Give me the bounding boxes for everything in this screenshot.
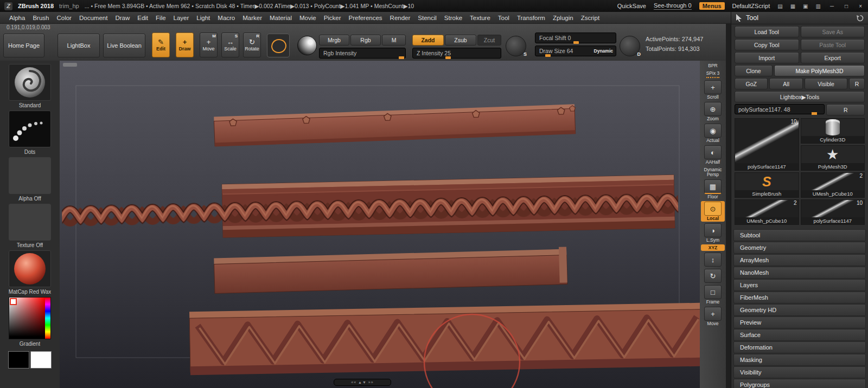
- shelf-button[interactable]: + Move: [701, 306, 725, 327]
- menu-item[interactable]: Material: [266, 14, 296, 22]
- menu-item[interactable]: Movie: [296, 14, 320, 22]
- z-intensity-handle[interactable]: [445, 56, 451, 59]
- tray-resize-handle[interactable]: [63, 63, 77, 67]
- mrgb-button[interactable]: Mrgb: [319, 35, 349, 46]
- depth-picker-icon[interactable]: D: [620, 36, 640, 56]
- lightbox-button[interactable]: LightBox: [58, 34, 100, 57]
- menu-item[interactable]: Picker: [320, 14, 345, 22]
- home-page-button[interactable]: Home Page: [3, 34, 44, 57]
- secondary-color-swatch[interactable]: [30, 351, 52, 368]
- zadd-button[interactable]: Zadd: [412, 35, 444, 46]
- copy-tool-button[interactable]: Copy Tool: [735, 39, 799, 50]
- shelf-button[interactable]: ▦ Floor: [701, 179, 725, 200]
- lightbox-tools-button[interactable]: Lightbox▶Tools: [735, 91, 865, 102]
- export-button[interactable]: Export: [801, 52, 865, 63]
- shelf-button[interactable]: ⊙ Local: [701, 201, 725, 222]
- z-intensity-slider[interactable]: Z Intensity 25: [412, 48, 501, 59]
- layout-icon-3[interactable]: ▣: [803, 3, 808, 9]
- shelf-button[interactable]: XYZ: [701, 244, 725, 251]
- draw-button[interactable]: + Draw: [176, 33, 194, 57]
- menu-item[interactable]: Alpha: [5, 14, 29, 22]
- menus-toggle[interactable]: Menus: [699, 2, 725, 10]
- color-picker-area[interactable]: [9, 297, 51, 339]
- live-boolean-button[interactable]: Live Boolean: [103, 34, 145, 57]
- goz-button[interactable]: GoZ: [735, 78, 768, 89]
- edit-button[interactable]: ✎ Edit: [152, 33, 170, 57]
- brush-selector[interactable]: Standard: [9, 64, 51, 108]
- subpalette-header[interactable]: NanoMesh: [733, 267, 866, 279]
- quicksave-button[interactable]: QuickSave: [617, 3, 646, 9]
- goz-r-button[interactable]: R: [849, 78, 865, 89]
- menu-item[interactable]: Stroke: [441, 14, 466, 22]
- shelf-button[interactable]: SPix 3: [701, 70, 725, 79]
- menu-item[interactable]: File: [152, 14, 170, 22]
- scale-button[interactable]: S ↔ Scale: [221, 33, 239, 57]
- zsub-button[interactable]: Zsub: [445, 35, 476, 46]
- rgb-intensity-handle[interactable]: [399, 56, 404, 59]
- menu-item[interactable]: Tool: [494, 14, 513, 22]
- goz-visible-button[interactable]: Visible: [805, 78, 847, 89]
- menu-item[interactable]: Zscript: [577, 14, 604, 22]
- load-tool-button[interactable]: Load Tool: [735, 26, 799, 37]
- menu-item[interactable]: Edit: [133, 14, 152, 22]
- subpalette-header[interactable]: FiberMesh: [733, 292, 866, 303]
- save-as-button[interactable]: Save As: [801, 26, 865, 37]
- tool-thumbnail[interactable]: S SimpleBrush: [735, 172, 799, 198]
- clone-button[interactable]: Clone: [735, 65, 773, 76]
- subpalette-header[interactable]: Surface: [733, 329, 866, 341]
- menu-item[interactable]: Color: [53, 14, 75, 22]
- menu-item[interactable]: Document: [75, 14, 111, 22]
- menu-item[interactable]: Transform: [513, 14, 549, 22]
- tool-thumbnail[interactable]: ★ PolyMesh3D: [801, 145, 865, 171]
- layout-icon-1[interactable]: ▤: [777, 3, 782, 9]
- shelf-button[interactable]: BPR: [701, 62, 725, 69]
- viewport-canvas[interactable]: «« ▲▼ »»: [60, 61, 700, 388]
- tool-thumbnail[interactable]: 2 UMesh_pCube10: [735, 199, 799, 225]
- shelf-button[interactable]: ⊕ Zoom: [701, 101, 725, 122]
- tool-name-slider[interactable]: polySurface1147. 48: [735, 104, 825, 114]
- shelf-button[interactable]: Dynamic Persp: [701, 166, 725, 178]
- subpalette-header[interactable]: Deformation: [733, 341, 866, 353]
- tool-r-button[interactable]: R: [826, 104, 865, 115]
- hue-strip[interactable]: [45, 298, 50, 339]
- close-icon[interactable]: ×: [857, 3, 864, 9]
- shelf-button[interactable]: ◉ Actual: [701, 123, 725, 144]
- menu-item[interactable]: Marker: [239, 14, 266, 22]
- menu-item[interactable]: Layer: [170, 14, 193, 22]
- subpalette-header[interactable]: Layers: [733, 279, 866, 291]
- texture-selector[interactable]: Texture Off: [9, 204, 51, 248]
- canvas-scrollbar[interactable]: «« ▲▼ »»: [334, 379, 391, 386]
- material-selector[interactable]: MatCap Red Wax: [9, 250, 52, 295]
- refresh-icon[interactable]: [857, 15, 864, 22]
- stroke-picker-icon[interactable]: S: [506, 36, 526, 56]
- menu-item[interactable]: Macro: [214, 14, 239, 22]
- menu-item[interactable]: Render: [386, 14, 414, 22]
- subpalette-header[interactable]: ArrayMesh: [733, 254, 866, 266]
- focal-shift-handle[interactable]: [573, 41, 579, 44]
- menu-item[interactable]: Stencil: [414, 14, 441, 22]
- tool-thumbnail[interactable]: 10 polySurface1147: [801, 199, 865, 225]
- shelf-button[interactable]: ↻: [701, 268, 725, 283]
- shelf-button[interactable]: + Scroll: [701, 80, 725, 100]
- default-zscript-button[interactable]: DefaultZScript: [732, 3, 770, 9]
- alpha-selector[interactable]: Alpha Off: [9, 157, 51, 202]
- rgb-intensity-slider[interactable]: Rgb Intensity: [319, 48, 406, 59]
- subpalette-header[interactable]: Visibility: [733, 366, 866, 378]
- current-brush-preview[interactable]: [267, 34, 290, 57]
- shelf-button[interactable]: ◐ AAHalf: [701, 145, 725, 165]
- focal-shift-slider[interactable]: Focal Shift 0: [535, 33, 616, 43]
- layout-icon-4[interactable]: ▥: [816, 3, 821, 9]
- shelf-button[interactable]: □ Frame: [701, 284, 725, 305]
- shelf-button[interactable]: [701, 328, 725, 329]
- subpalette-header[interactable]: Subtool: [733, 229, 866, 241]
- menu-item[interactable]: Zplugin: [549, 14, 577, 22]
- m-button[interactable]: M: [382, 35, 406, 46]
- color-picker[interactable]: Gradient: [9, 297, 51, 347]
- tool-thumbnail[interactable]: 10 polySurface1147: [735, 118, 799, 171]
- see-through-slider[interactable]: See-through 0: [654, 2, 692, 10]
- rotate-button[interactable]: R ↻ Rotate: [243, 33, 261, 57]
- menu-item[interactable]: Brush: [29, 14, 53, 22]
- make-polymesh3d-button[interactable]: Make PolyMesh3D: [774, 65, 865, 76]
- layout-icon-2[interactable]: ▦: [790, 3, 795, 9]
- import-button[interactable]: Import: [735, 52, 799, 63]
